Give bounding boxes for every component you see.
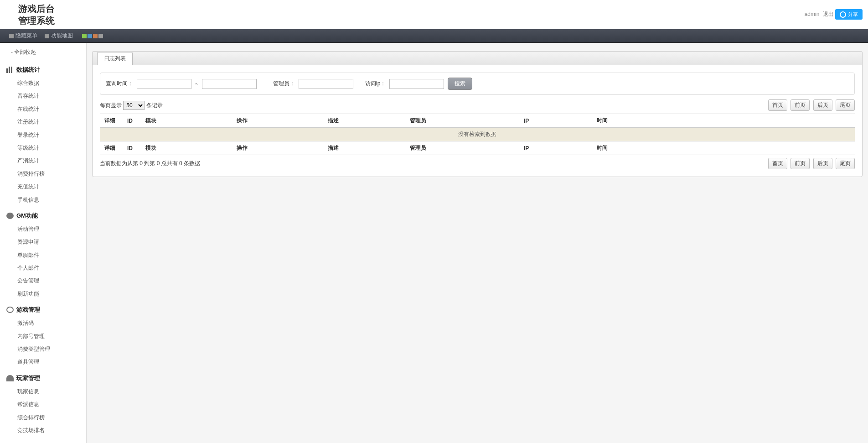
share-icon [840, 11, 846, 18]
user-icon [6, 375, 14, 381]
sidebar-item[interactable]: 单服邮件 [0, 249, 86, 261]
pager-prev-button[interactable]: 前页 [790, 158, 810, 169]
col-footer: 时间 [592, 141, 855, 155]
sidebar-group-gear[interactable]: 游戏管理 [0, 303, 86, 317]
tab-bar: 日志列表 [92, 51, 863, 65]
col-header: 描述 [323, 114, 405, 128]
summary-text: 当前数据为从第 0 到第 0 总共有 0 条数据 [100, 160, 200, 167]
theme-color-swatch[interactable] [88, 34, 92, 38]
user-label: admin [805, 11, 820, 17]
sidebar-item[interactable]: 注册统计 [0, 115, 86, 128]
sitemap-button[interactable]: 功能地图 [45, 32, 73, 40]
pager-first-button[interactable]: 首页 [768, 99, 787, 111]
sidebar-item[interactable]: 帮派信息 [0, 398, 86, 411]
theme-colors [82, 34, 103, 38]
theme-color-swatch[interactable] [82, 34, 87, 38]
sidebar-item[interactable]: 等级统计 [0, 141, 86, 154]
ip-label: 访问ip： [365, 80, 386, 88]
logo-line2: 管理系统 [18, 15, 55, 26]
sidebar-item[interactable]: 综合数据 [0, 77, 86, 89]
sidebar-item[interactable]: 竞技场排名 [0, 424, 86, 437]
pager-last-button[interactable]: 尾页 [836, 99, 855, 111]
pager-last-button[interactable]: 尾页 [836, 158, 855, 169]
time-from-input[interactable] [137, 79, 191, 89]
sidebar-item[interactable]: 内部号管理 [0, 330, 86, 343]
col-footer: 操作 [232, 141, 323, 155]
sidebar-item[interactable]: 道具管理 [0, 355, 86, 368]
menu-icon [9, 34, 14, 38]
sidebar-group-server[interactable]: 服务器信息 [0, 439, 86, 443]
admin-label: 管理员： [273, 80, 295, 88]
sidebar-item[interactable]: 留存统计 [0, 89, 86, 102]
sidebar-item[interactable]: 消费类型管理 [0, 343, 86, 355]
tab-log-list[interactable]: 日志列表 [97, 52, 133, 65]
ip-input[interactable] [389, 79, 444, 89]
col-header: 时间 [592, 114, 855, 128]
sidebar-item[interactable]: 登录统计 [0, 129, 86, 141]
search-bar: 查询时间： ~ 管理员： 访问ip： 搜索 [100, 73, 855, 95]
sidebar: - 全部收起 数据统计综合数据留存统计在线统计注册统计登录统计等级统计产消统计消… [0, 43, 87, 443]
col-footer: 模块 [141, 141, 232, 155]
gear-icon [6, 307, 14, 313]
bars-icon [6, 67, 14, 73]
col-footer: 详细 [100, 141, 123, 155]
toolbar: 隐藏菜单 功能地图 [0, 29, 868, 43]
admin-input[interactable] [299, 79, 353, 89]
col-header: IP [519, 114, 592, 128]
top-header: 游戏后台 管理系统 admin 退出 分享 [0, 0, 868, 29]
sidebar-group-bars[interactable]: 数据统计 [0, 63, 86, 77]
sidebar-item[interactable]: 个人邮件 [0, 261, 86, 274]
top-right: admin 退出 分享 [803, 9, 863, 20]
pager-next-button[interactable]: 后页 [813, 99, 832, 111]
sidebar-item[interactable]: 产消统计 [0, 154, 86, 167]
sidebar-item[interactable]: 充值统计 [0, 180, 86, 193]
pager-first-button[interactable]: 首页 [768, 158, 787, 169]
panel: 查询时间： ~ 管理员： 访问ip： 搜索 每页显示 102050100 条记录 [92, 65, 863, 177]
table-foot-row: 详细ID模块操作描述管理员IP时间 [100, 141, 855, 155]
log-table: 详细ID模块操作描述管理员IP时间 没有检索到数据 详细ID模块操作描述管理员I… [100, 114, 855, 155]
page-size-control: 每页显示 102050100 条记录 [100, 101, 163, 110]
sidebar-item[interactable]: 公告管理 [0, 274, 86, 287]
table-head-row: 详细ID模块操作描述管理员IP时间 [100, 114, 855, 128]
col-footer: ID [123, 141, 141, 155]
list-bar-bottom: 当前数据为从第 0 到第 0 总共有 0 条数据 首页 前页 后页 尾页 [100, 158, 855, 169]
cloud-icon [6, 213, 14, 219]
range-sep: ~ [195, 81, 198, 87]
sidebar-group-user[interactable]: 玩家管理 [0, 371, 86, 385]
sidebar-item[interactable]: 综合排行榜 [0, 411, 86, 424]
col-header: 模块 [141, 114, 232, 128]
page-size-select[interactable]: 102050100 [123, 101, 145, 110]
theme-color-swatch[interactable] [93, 34, 98, 38]
pager-next-button[interactable]: 后页 [813, 158, 832, 169]
list-bar-top: 每页显示 102050100 条记录 首页 前页 后页 尾页 [100, 99, 855, 111]
sidebar-item[interactable]: 刷新功能 [0, 287, 86, 300]
empty-cell: 没有检索到数据 [100, 128, 855, 141]
table-empty-row: 没有检索到数据 [100, 128, 855, 141]
content-area: 日志列表 查询时间： ~ 管理员： 访问ip： 搜索 每页显示 [87, 43, 868, 443]
share-widget[interactable]: 分享 [835, 9, 863, 20]
sidebar-item[interactable]: 在线统计 [0, 103, 86, 115]
sidebar-item[interactable]: 手机信息 [0, 193, 86, 206]
sidebar-item[interactable]: 资源申请 [0, 235, 86, 248]
search-button[interactable]: 搜索 [448, 78, 472, 90]
logout-link[interactable]: 退出 [823, 11, 834, 17]
pager-bottom: 首页 前页 后页 尾页 [766, 158, 855, 169]
time-to-input[interactable] [202, 79, 257, 89]
collapse-all-button[interactable]: - 全部收起 [5, 47, 82, 60]
sidebar-group-cloud[interactable]: GM功能 [0, 209, 86, 223]
col-header: 操作 [232, 114, 323, 128]
time-label: 查询时间： [106, 80, 133, 88]
sidebar-item[interactable]: 激活码 [0, 317, 86, 329]
pager-prev-button[interactable]: 前页 [790, 99, 810, 111]
logo: 游戏后台 管理系统 [18, 3, 55, 26]
col-header: 详细 [100, 114, 123, 128]
grid-icon [45, 34, 49, 38]
sidebar-item[interactable]: 活动管理 [0, 223, 86, 235]
theme-color-swatch[interactable] [98, 34, 103, 38]
col-footer: 管理员 [405, 141, 519, 155]
sidebar-item[interactable]: 消费排行榜 [0, 167, 86, 180]
col-footer: 描述 [323, 141, 405, 155]
sidebar-item[interactable]: 玩家信息 [0, 385, 86, 398]
col-footer: IP [519, 141, 592, 155]
hide-menu-button[interactable]: 隐藏菜单 [9, 32, 37, 40]
